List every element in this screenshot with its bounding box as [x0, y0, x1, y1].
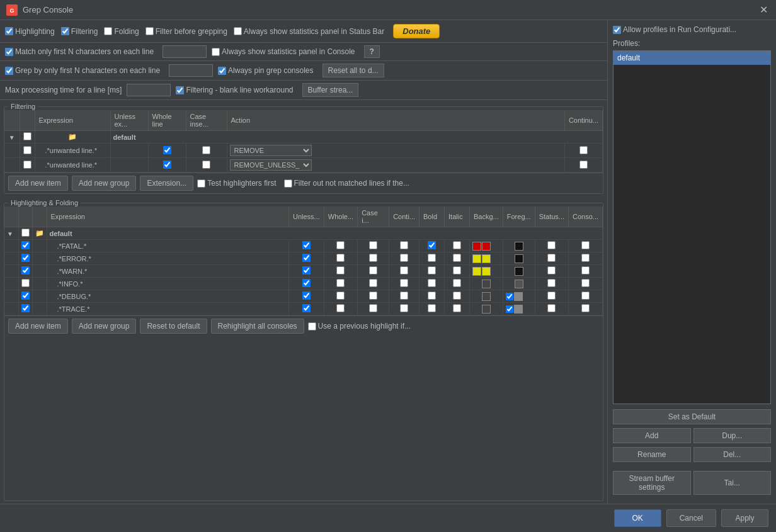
- hl-debug-case[interactable]: [358, 290, 389, 303]
- hl-debug-fg-swatch[interactable]: [514, 292, 523, 301]
- hl-info-status[interactable]: [535, 278, 568, 290]
- hl-error-whole[interactable]: [324, 252, 357, 265]
- hl-trace-bg-swatch[interactable]: [482, 305, 491, 314]
- grep-first-n-label[interactable]: Grep by only first N characters on each …: [5, 66, 160, 75]
- filtering-checkbox-label[interactable]: Filtering: [61, 27, 98, 36]
- hl-warn-console[interactable]: [569, 265, 603, 278]
- filtering-blank-label[interactable]: Filtering - blank line workaround: [176, 86, 293, 94]
- hl-error-console[interactable]: [569, 252, 603, 265]
- highlighting-checkbox[interactable]: [5, 27, 13, 35]
- hl-info-console[interactable]: [569, 278, 603, 290]
- max-processing-input[interactable]: 1000: [127, 84, 171, 96]
- filter-before-grepping-label[interactable]: Filter before grepping: [146, 27, 227, 36]
- hl-fatal-whole[interactable]: [324, 240, 357, 252]
- always-pin-label[interactable]: Always pin grep consoles: [218, 66, 313, 75]
- hl-info-bg-swatch[interactable]: [482, 280, 491, 288]
- filter-row1-action[interactable]: REMOVE: [227, 144, 564, 158]
- filter-before-grepping-checkbox[interactable]: [146, 27, 154, 35]
- always-pin-checkbox[interactable]: [218, 67, 226, 75]
- stream-buffer-button[interactable]: Stream buffer settings: [613, 471, 691, 495]
- hl-trace-console[interactable]: [569, 303, 603, 315]
- hl-trace-bg[interactable]: [470, 303, 503, 315]
- hl-debug-bg-swatch[interactable]: [482, 292, 491, 301]
- hl-fatal-bold[interactable]: [419, 240, 445, 252]
- hl-fatal-bg[interactable]: [470, 240, 503, 252]
- hl-warn-status[interactable]: [535, 265, 568, 278]
- hl-debug-checked[interactable]: [18, 290, 32, 303]
- hl-fatal-console[interactable]: [569, 240, 603, 252]
- hl-error-fg-swatch[interactable]: [515, 254, 523, 263]
- hl-error-bold[interactable]: [419, 252, 445, 265]
- always-show-console-checkbox[interactable]: [212, 48, 220, 56]
- filter-row2-checkbox[interactable]: [20, 158, 35, 173]
- hl-debug-bold[interactable]: [419, 290, 445, 303]
- hl-fatal-unless[interactable]: [289, 240, 324, 252]
- hl-error-fg[interactable]: [503, 252, 535, 265]
- rename-profile-button[interactable]: Rename: [613, 447, 691, 462]
- hl-fatal-bg-swatch2[interactable]: [482, 242, 491, 251]
- apply-button[interactable]: Apply: [721, 509, 768, 527]
- buffer-stream-button[interactable]: Buffer strea...: [302, 83, 359, 97]
- hl-info-checked[interactable]: [18, 278, 32, 290]
- hl-warn-checked[interactable]: [18, 265, 32, 278]
- hl-trace-conti[interactable]: [389, 303, 419, 315]
- add-profile-button[interactable]: Add: [613, 428, 691, 443]
- hl-trace-case[interactable]: [358, 303, 389, 315]
- hl-info-bold[interactable]: [419, 278, 445, 290]
- hl-fatal-bg-swatch[interactable]: [472, 242, 481, 251]
- hl-warn-bg[interactable]: [470, 265, 503, 278]
- hl-error-status[interactable]: [535, 252, 568, 265]
- always-show-stats-label[interactable]: Always show statistics panel in Status B…: [234, 27, 384, 36]
- duplicate-profile-button[interactable]: Dup...: [693, 428, 772, 443]
- hl-add-item-button[interactable]: Add new item: [8, 319, 68, 334]
- hl-info-conti[interactable]: [389, 278, 419, 290]
- filter-row1-continue[interactable]: [564, 144, 602, 158]
- hl-debug-unless[interactable]: [289, 290, 324, 303]
- filter-row2-action-select[interactable]: REMOVE_UNLESS_PREVIOUS...: [230, 159, 312, 171]
- grep-first-n-checkbox[interactable]: [5, 67, 13, 75]
- hl-error-bg-swatch[interactable]: [472, 254, 481, 263]
- filter-row2-whole[interactable]: [148, 158, 186, 173]
- always-show-stats-checkbox[interactable]: [234, 27, 242, 35]
- hl-info-italic[interactable]: [445, 278, 470, 290]
- use-previous-label[interactable]: Use a previous highlight if...: [308, 322, 411, 331]
- hl-fatal-fg-swatch[interactable]: [515, 242, 523, 251]
- filter-row2-action[interactable]: REMOVE_UNLESS_PREVIOUS...: [227, 158, 564, 173]
- hl-error-unless[interactable]: [289, 252, 324, 265]
- ok-button[interactable]: OK: [614, 509, 661, 527]
- filter-add-item-button[interactable]: Add new item: [8, 176, 68, 191]
- delete-profile-button[interactable]: Del...: [693, 447, 772, 462]
- hl-debug-fg[interactable]: [503, 290, 535, 303]
- hl-fatal-checked[interactable]: [18, 240, 32, 252]
- folding-checkbox[interactable]: [104, 27, 112, 35]
- filtering-blank-checkbox[interactable]: [176, 86, 184, 94]
- filter-row1-whole[interactable]: [148, 144, 186, 158]
- hl-debug-status[interactable]: [535, 290, 568, 303]
- hl-group-check[interactable]: [18, 227, 32, 240]
- match-first-n-label[interactable]: Match only first N characters on each li…: [5, 47, 154, 56]
- folding-checkbox-label[interactable]: Folding: [104, 27, 139, 36]
- hl-trace-status[interactable]: [535, 303, 568, 315]
- cancel-button[interactable]: Cancel: [666, 509, 716, 527]
- hl-trace-whole[interactable]: [324, 303, 357, 315]
- hl-debug-whole[interactable]: [324, 290, 357, 303]
- hl-warn-bold[interactable]: [419, 265, 445, 278]
- filter-row2-continue[interactable]: [564, 158, 602, 173]
- hl-info-bg[interactable]: [470, 278, 503, 290]
- filter-add-group-button[interactable]: Add new group: [72, 176, 137, 191]
- filter-group-check[interactable]: [20, 131, 35, 144]
- allow-profiles-checkbox[interactable]: [613, 26, 621, 34]
- hl-info-whole[interactable]: [324, 278, 357, 290]
- hl-debug-bg[interactable]: [470, 290, 503, 303]
- hl-error-case[interactable]: [358, 252, 389, 265]
- test-highlighters-checkbox[interactable]: [197, 179, 205, 188]
- hl-error-bg-swatch2[interactable]: [482, 254, 491, 263]
- hl-fatal-conti[interactable]: [389, 240, 419, 252]
- reset-all-button[interactable]: Reset all to d...: [322, 64, 384, 77]
- highlighting-checkbox-label[interactable]: Highlighting: [5, 27, 55, 36]
- hl-trace-checked[interactable]: [18, 303, 32, 315]
- hl-trace-fg[interactable]: [503, 303, 535, 315]
- hl-debug-italic[interactable]: [445, 290, 470, 303]
- grep-first-n-input[interactable]: 1000: [169, 64, 213, 77]
- hl-error-italic[interactable]: [445, 252, 470, 265]
